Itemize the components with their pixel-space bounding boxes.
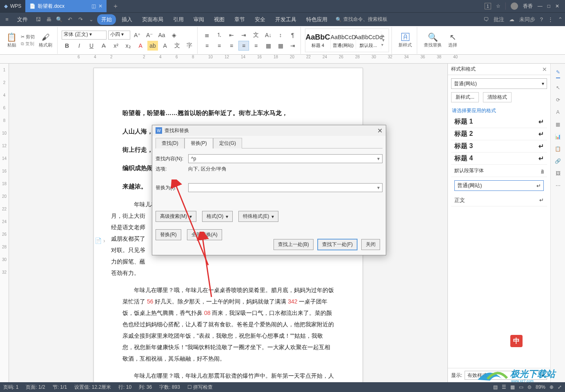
line-spacing-icon[interactable]: ↕ [275, 30, 286, 40]
zoom-value[interactable]: 89% [536, 384, 545, 390]
overflow-icon[interactable]: ⌄ [87, 16, 96, 22]
tab-recent-icon[interactable]: ◫ [91, 3, 96, 9]
bullets-icon[interactable]: ≣ [202, 30, 212, 40]
ribbon-tab-insert[interactable]: 插入 [118, 14, 136, 25]
more-tools-icon[interactable]: ⋯ [556, 183, 561, 188]
ribbon-tab-view[interactable]: 视图 [210, 14, 229, 25]
align-center-icon[interactable]: ≡ [214, 41, 225, 51]
close-button[interactable]: 关闭 [361, 239, 380, 250]
enclose-button[interactable]: 字 [184, 41, 195, 51]
bold-button[interactable]: B [62, 41, 72, 51]
borders-icon[interactable]: ▦ [275, 41, 286, 51]
chart-icon[interactable]: 📊 [555, 134, 561, 140]
outdent-icon[interactable]: ⇤ [226, 30, 237, 40]
ribbon-tab-devtools[interactable]: 开发工具 [271, 14, 300, 25]
apply-format-link[interactable]: 请选择要应用的格式 [448, 106, 550, 116]
find-replace-button[interactable]: 🔍查找替换 [421, 31, 444, 49]
more-search-button[interactable]: 高级搜索(M) ▾ [156, 211, 196, 222]
tab-close-icon[interactable]: ✕ [98, 3, 102, 9]
ribbon-tab-review[interactable]: 审阅 [189, 14, 208, 25]
style-item-h3[interactable]: 标题 3↵ [451, 140, 547, 153]
window-minimize-icon[interactable]: — [538, 3, 543, 9]
dialog-close-icon[interactable]: ✕ [377, 127, 383, 135]
status-col[interactable]: 列: 36 [139, 384, 152, 391]
style-item-body[interactable]: 正文↵ [451, 194, 547, 206]
style-item-h2[interactable]: 标题 2↵ [451, 128, 547, 140]
window-maximize-icon[interactable]: □ [547, 3, 550, 9]
subscript-button[interactable]: x₂ [123, 41, 133, 51]
shading-icon[interactable]: ▦ [263, 41, 274, 51]
ribbon-tab-references[interactable]: 引用 [169, 14, 188, 25]
strike-button[interactable]: A̶ [98, 41, 109, 51]
italic-button[interactable]: I [74, 41, 85, 51]
cut-button[interactable]: ✂ 剪切 [21, 34, 35, 40]
print-icon[interactable]: 🖶 [44, 16, 53, 22]
format-painter-button[interactable]: 🖌格式刷 [36, 32, 55, 49]
vertical-ruler[interactable]: 12468101214161820222426283032 [0, 64, 9, 382]
special-format-button[interactable]: 特殊格式(E) ▾ [238, 211, 278, 222]
grid-icon[interactable]: ▦ [556, 122, 560, 127]
align-right-icon[interactable]: ≡ [226, 41, 237, 51]
view-web-icon[interactable]: ▦ [510, 384, 515, 390]
align-left-icon[interactable]: ≡ [202, 41, 212, 51]
font-name-select[interactable]: 宋体 (正文) ▾ [62, 31, 107, 40]
clear-format-button[interactable]: 清除格式 [483, 92, 512, 102]
undo-icon[interactable]: ↶ [65, 16, 74, 22]
sort-icon[interactable]: A↓ [263, 30, 274, 40]
numbering-icon[interactable]: ⒈ [214, 30, 225, 40]
new-tab-button[interactable]: ＋ [107, 2, 125, 11]
font-color-button[interactable]: A [135, 41, 146, 51]
ribbon-tab-pagelayout[interactable]: 页面布局 [138, 14, 167, 25]
menu-file[interactable]: 文件 [13, 14, 32, 25]
link-icon[interactable]: 🔗 [555, 158, 561, 164]
status-position[interactable]: 设置值: 12.2厘米 [74, 384, 111, 391]
preview-icon[interactable]: 🔍 [55, 16, 64, 22]
pane-close-icon[interactable]: ✕ [542, 66, 547, 73]
ime-indicator[interactable]: 中 [510, 335, 523, 347]
dialog-tab-goto[interactable]: 定位(G) [213, 138, 242, 148]
ribbon-tab-security[interactable]: 安全 [251, 14, 269, 25]
replace-all-button[interactable]: 全部替换(A) [187, 229, 222, 240]
status-pageno[interactable]: 页码: 1 [3, 384, 18, 391]
comment-label[interactable]: 批注 [494, 16, 504, 23]
edit-icon[interactable]: ✎ [556, 69, 560, 78]
dropdown-icon[interactable]: ▾ [377, 156, 380, 162]
tabs-icon[interactable]: ⇥ [287, 41, 298, 51]
replace-with-input[interactable]: ▾ [188, 183, 383, 192]
zoom-inc-icon[interactable]: ⊕ [549, 384, 554, 390]
style-default-para[interactable]: AaBbCcDd默认段... [356, 31, 381, 49]
view-print-icon[interactable]: ▤ [493, 384, 498, 390]
highlight-button[interactable]: ab [147, 41, 158, 51]
status-row[interactable]: 行: 10 [118, 384, 131, 391]
spellcheck-toggle[interactable]: ☐ 拼写检查 [187, 384, 213, 391]
new-style-button[interactable]: 🄰新样式 [396, 32, 414, 49]
style-item-h1[interactable]: 标题 1↵ [451, 116, 547, 128]
find-next-button[interactable]: 查找下一处(F) [318, 239, 357, 250]
superscript-button[interactable]: x² [111, 41, 121, 51]
align-justify-icon[interactable]: ≡ [238, 41, 249, 51]
replace-button[interactable]: 替换(R) [156, 229, 181, 240]
cursor-tool-icon[interactable]: ↖ [556, 85, 560, 91]
style-item-normal-web[interactable]: 普通(网站)↵ [454, 180, 544, 191]
horizontal-ruler[interactable]: 642246810121416182022242628303234363840 [0, 55, 565, 64]
fit-icon[interactable]: ⤢ [558, 384, 562, 390]
save-icon[interactable]: 🖫 [33, 16, 42, 22]
find-prev-button[interactable]: 查找上一处(B) [274, 239, 314, 250]
text-direction-icon[interactable]: 文 [251, 30, 261, 40]
dropdown-icon-2[interactable]: ▾ [377, 185, 380, 190]
sync-icon[interactable]: ☁ [509, 16, 514, 22]
clear-format-icon[interactable]: ◈ [169, 30, 179, 40]
home-tab[interactable]: ◆ WPS [0, 0, 25, 12]
status-words[interactable]: 字数: 893 [159, 384, 180, 391]
document-tab[interactable]: 📄 盼望着.docx ◫ ✕ [25, 0, 107, 12]
window-close-icon[interactable]: ✕ [555, 3, 559, 9]
format-button[interactable]: 格式(O) ▾ [202, 211, 233, 222]
clipboard-icon[interactable]: 📋 [555, 146, 561, 152]
styles-more-icon[interactable]: ▾ [381, 42, 389, 47]
status-page[interactable]: 页面: 1/2 [26, 384, 45, 391]
ribbon-tab-sections[interactable]: 章节 [230, 14, 249, 25]
help-icon[interactable]: ? [540, 16, 543, 22]
sync-label[interactable]: 未同步 [519, 16, 535, 23]
image-icon[interactable]: 🖼 [556, 171, 561, 176]
style-item-default-font[interactable]: 默认段落字体a [451, 165, 547, 177]
